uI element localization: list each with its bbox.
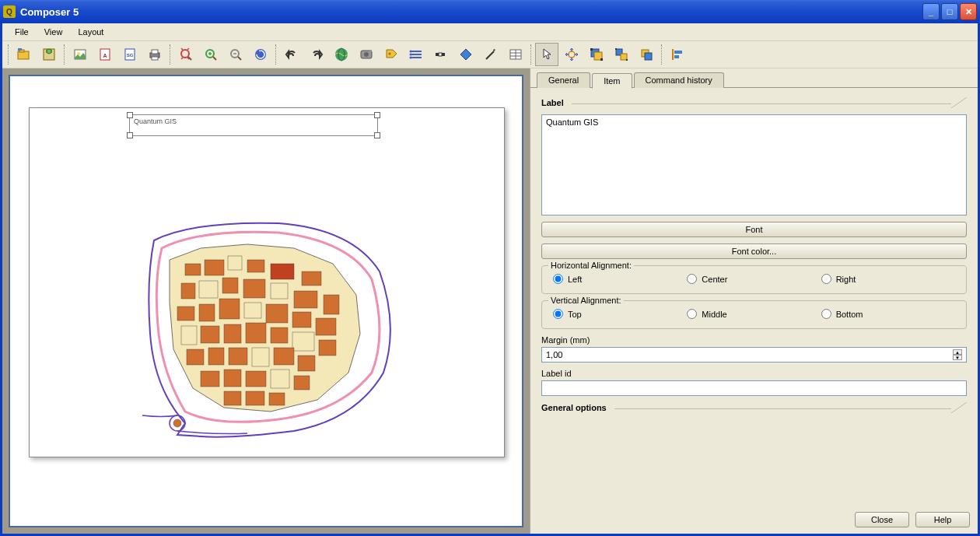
open-icon[interactable] xyxy=(12,43,36,66)
v-align-bottom[interactable]: Bottom xyxy=(821,309,955,319)
h-align-left[interactable]: Left xyxy=(553,274,687,284)
add-map-icon[interactable] xyxy=(330,43,353,66)
svg-rect-94 xyxy=(246,371,266,387)
add-image-icon[interactable] xyxy=(355,43,378,66)
svg-rect-74 xyxy=(219,299,240,319)
select-move-icon[interactable] xyxy=(535,43,558,66)
zoom-full-icon[interactable] xyxy=(174,43,198,66)
v-align-top[interactable]: Top xyxy=(553,309,687,319)
svg-rect-80 xyxy=(201,326,219,343)
resize-handle[interactable] xyxy=(374,132,380,138)
svg-point-30 xyxy=(389,53,391,55)
font-color-button[interactable]: Font color... xyxy=(541,243,967,259)
svg-line-22 xyxy=(238,57,241,60)
svg-point-101 xyxy=(173,419,181,427)
svg-rect-88 xyxy=(229,348,247,365)
margin-input[interactable]: 1,00 ▲▼ xyxy=(541,347,967,363)
svg-rect-58 xyxy=(674,55,679,58)
label-id-input[interactable] xyxy=(541,380,967,396)
svg-point-34 xyxy=(410,51,412,53)
svg-rect-77 xyxy=(292,312,311,328)
help-button[interactable]: Help xyxy=(915,512,970,527)
print-icon[interactable] xyxy=(143,43,166,66)
svg-rect-64 xyxy=(302,272,321,286)
titlebar: Q Composer 5 _ □ ✕ xyxy=(0,0,980,23)
composer-page[interactable]: Quantum GIS xyxy=(29,107,505,457)
svg-rect-51 xyxy=(621,54,627,60)
tab-item[interactable]: Item xyxy=(592,73,632,89)
add-shape-icon[interactable] xyxy=(454,43,478,66)
move-content-icon[interactable] xyxy=(560,43,583,66)
section-general-options[interactable]: General options xyxy=(541,402,967,413)
svg-line-18 xyxy=(213,57,216,60)
undo-icon[interactable] xyxy=(280,43,303,66)
svg-rect-78 xyxy=(316,318,336,335)
svg-point-35 xyxy=(410,54,412,56)
refresh-icon[interactable] xyxy=(249,43,272,66)
svg-rect-76 xyxy=(266,304,288,323)
save-icon[interactable] xyxy=(37,43,61,66)
canvas-area: Quantum GIS xyxy=(2,68,530,534)
group-icon[interactable] xyxy=(585,43,608,66)
font-button[interactable]: Font xyxy=(541,222,967,237)
h-align-legend: Horizontal Alignment: xyxy=(548,261,634,270)
menu-view[interactable]: View xyxy=(37,26,71,38)
resize-handle[interactable] xyxy=(374,112,380,118)
export-image-icon[interactable] xyxy=(68,43,92,66)
zoom-out-icon[interactable] xyxy=(224,43,247,66)
align-icon[interactable] xyxy=(666,43,689,66)
svg-rect-99 xyxy=(269,393,285,405)
vertical-alignment-group: Vertical Alignment: Top Middle Bottom xyxy=(541,300,967,329)
zoom-in-icon[interactable] xyxy=(199,43,222,66)
svg-rect-59 xyxy=(185,264,201,275)
svg-point-5 xyxy=(47,49,51,54)
raise-icon[interactable] xyxy=(635,43,658,66)
resize-handle[interactable] xyxy=(127,132,133,138)
h-align-center[interactable]: Center xyxy=(687,274,821,284)
tab-command-history[interactable]: Command history xyxy=(634,72,724,88)
menu-layout[interactable]: Layout xyxy=(70,26,111,38)
spin-up[interactable]: ▲ xyxy=(953,349,962,355)
general-options-title: General options xyxy=(541,403,607,412)
label-text-input[interactable] xyxy=(541,114,967,215)
label-item[interactable]: Quantum GIS xyxy=(129,114,378,136)
svg-rect-39 xyxy=(442,53,445,56)
minimize-button[interactable]: _ xyxy=(922,3,940,20)
v-align-middle[interactable]: Middle xyxy=(687,309,821,319)
ungroup-icon[interactable] xyxy=(610,43,633,66)
svg-rect-75 xyxy=(244,303,261,318)
svg-rect-37 xyxy=(436,53,439,56)
svg-line-102 xyxy=(951,97,967,108)
svg-rect-62 xyxy=(247,260,264,272)
svg-rect-93 xyxy=(224,370,241,387)
section-title: Label xyxy=(541,98,564,107)
resize-handle[interactable] xyxy=(127,112,133,118)
v-align-legend: Vertical Alignment: xyxy=(548,296,624,305)
add-label-icon[interactable] xyxy=(380,43,403,66)
add-arrow-icon[interactable] xyxy=(479,43,502,66)
menu-file[interactable]: File xyxy=(7,26,37,38)
canvas-viewport[interactable]: Quantum GIS xyxy=(9,75,523,527)
close-button[interactable]: Close xyxy=(855,512,909,527)
add-legend-icon[interactable] xyxy=(404,43,428,66)
section-label-header[interactable]: Label xyxy=(541,97,967,108)
horizontal-alignment-group: Horizontal Alignment: Left Center Right xyxy=(541,265,967,294)
map-item[interactable] xyxy=(138,217,403,443)
svg-rect-79 xyxy=(181,326,197,345)
maximize-button[interactable]: □ xyxy=(941,3,958,20)
svg-rect-91 xyxy=(298,356,315,371)
export-pdf-icon[interactable]: A xyxy=(93,43,117,66)
export-svg-icon[interactable]: SG xyxy=(118,43,142,66)
add-scalebar-icon[interactable] xyxy=(429,43,453,66)
label-item-text: Quantum GIS xyxy=(134,117,177,125)
svg-rect-71 xyxy=(324,295,339,314)
svg-rect-92 xyxy=(201,371,219,387)
tab-general[interactable]: General xyxy=(537,72,590,88)
redo-icon[interactable] xyxy=(305,43,328,66)
svg-rect-48 xyxy=(590,48,593,51)
svg-rect-72 xyxy=(177,307,194,321)
close-window-button[interactable]: ✕ xyxy=(960,3,977,20)
add-table-icon[interactable] xyxy=(504,43,527,66)
spin-down[interactable]: ▼ xyxy=(953,355,962,360)
h-align-right[interactable]: Right xyxy=(821,274,955,284)
